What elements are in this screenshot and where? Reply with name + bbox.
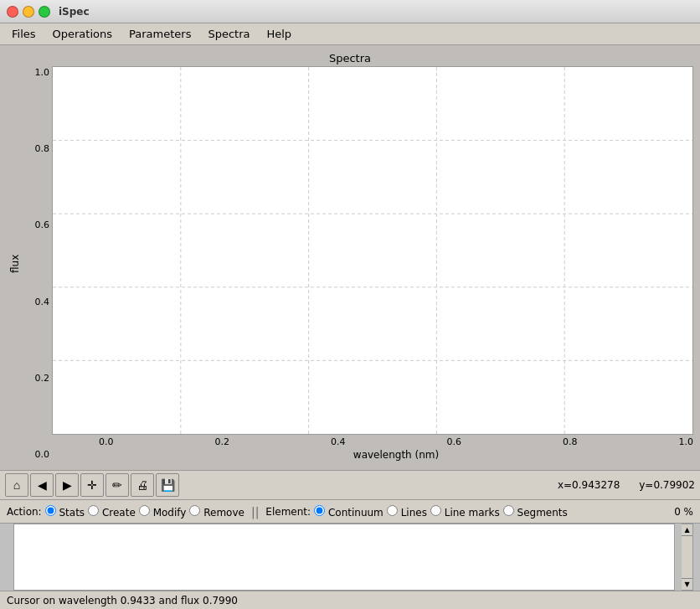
element-label: Element: — [265, 506, 311, 518]
y-tick-6: 1.0 — [35, 68, 50, 77]
y-tick-1: 0.0 — [35, 450, 50, 459]
chart-title: Spectra — [7, 52, 693, 65]
back-button[interactable]: ◀ — [30, 473, 54, 497]
action-modify-radio[interactable] — [139, 505, 150, 516]
action-label: Action: — [7, 506, 42, 518]
menu-operations[interactable]: Operations — [44, 25, 121, 43]
x-axis-ticks: 0.0 0.2 0.4 0.6 0.8 1.0 — [99, 435, 693, 449]
close-button[interactable] — [7, 6, 18, 18]
statusbar: Cursor on wavelength 0.9433 and flux 0.7… — [0, 591, 700, 609]
y-tick-5: 0.8 — [35, 144, 50, 153]
cursor-info: x=0.943278 y=0.79902 — [558, 479, 695, 491]
window-title: iSpec — [59, 6, 90, 18]
x-axis-label: wavelength (nm) — [99, 449, 693, 461]
element-continuum-radio[interactable] — [314, 505, 325, 516]
menu-parameters[interactable]: Parameters — [121, 25, 199, 43]
titlebar: iSpec — [0, 0, 700, 23]
grid-svg — [53, 67, 692, 434]
percentage-label: 0 % — [674, 506, 693, 518]
y-tick-4: 0.6 — [35, 220, 50, 230]
menubar: Files Operations Parameters Spectra Help — [0, 23, 700, 45]
main-content: Spectra flux 1.0 0.8 0.6 0.4 0.2 0.0 — [0, 45, 700, 470]
scroll-down-button[interactable]: ▼ — [682, 578, 692, 590]
maximize-button[interactable] — [39, 6, 50, 18]
action-create-radio[interactable] — [88, 505, 99, 516]
log-container: ▲ ▼ — [7, 524, 693, 591]
action-modify-text: Modify — [153, 507, 187, 519]
element-segments-text: Segments — [517, 507, 568, 519]
x-tick-4: 0.6 — [447, 436, 462, 447]
chart-wrap: flux 1.0 0.8 0.6 0.4 0.2 0.0 — [7, 66, 693, 461]
action-create-label[interactable]: Create — [88, 505, 136, 519]
minimize-button[interactable] — [23, 6, 34, 18]
action-remove-text: Remove — [203, 507, 244, 519]
action-stats-text: Stats — [59, 507, 85, 519]
x-tick-6: 1.0 — [679, 436, 694, 447]
y-axis-ticks: 1.0 0.8 0.6 0.4 0.2 0.0 — [25, 66, 52, 461]
log-area[interactable] — [13, 524, 675, 591]
y-axis-label: flux — [7, 66, 23, 461]
action-remove-label[interactable]: Remove — [189, 505, 244, 519]
print-button[interactable]: 🖨 — [131, 473, 154, 497]
action-modify-label[interactable]: Modify — [139, 505, 187, 519]
actionbar: Action: Stats Create Modify Remove || El… — [0, 500, 700, 524]
plot-area[interactable] — [52, 66, 693, 435]
scroll-track — [682, 536, 692, 578]
element-segments-radio[interactable] — [503, 505, 514, 516]
scroll-up-button[interactable]: ▲ — [682, 524, 692, 536]
chart-container: Spectra flux 1.0 0.8 0.6 0.4 0.2 0.0 — [7, 52, 693, 463]
element-continuum-text: Continuum — [328, 507, 383, 519]
y-tick-2: 0.2 — [35, 374, 50, 383]
menu-help[interactable]: Help — [258, 25, 300, 43]
element-segments-label[interactable]: Segments — [503, 505, 568, 519]
menu-files[interactable]: Files — [3, 25, 44, 43]
cursor-x: x=0.943278 — [558, 479, 620, 491]
element-lines-label[interactable]: Lines — [387, 505, 427, 519]
cursor-y: y=0.79902 — [639, 479, 695, 491]
action-create-text: Create — [102, 507, 136, 519]
action-stats-radio[interactable] — [45, 505, 56, 516]
log-scrollbar[interactable]: ▲ ▼ — [682, 524, 693, 591]
pan-button[interactable]: ✛ — [80, 473, 104, 497]
element-continuum-label[interactable]: Continuum — [314, 505, 383, 519]
home-button[interactable]: ⌂ — [5, 473, 28, 497]
y-tick-3: 0.4 — [35, 297, 50, 307]
x-tick-5: 0.8 — [563, 436, 578, 447]
element-lines-radio[interactable] — [387, 505, 398, 516]
toolbar: ⌂ ◀ ▶ ✛ ✏ 🖨 💾 x=0.943278 y=0.79902 — [0, 470, 700, 500]
x-tick-3: 0.4 — [331, 436, 346, 447]
separator-1: || — [251, 505, 259, 519]
forward-button[interactable]: ▶ — [55, 473, 79, 497]
cursor-status-text: Cursor on wavelength 0.9433 and flux 0.7… — [7, 595, 238, 606]
menu-spectra[interactable]: Spectra — [199, 25, 258, 43]
element-linemarks-text: Line marks — [445, 507, 500, 519]
action-stats-label[interactable]: Stats — [45, 505, 85, 519]
edit-button[interactable]: ✏ — [106, 473, 129, 497]
element-linemarks-label[interactable]: Line marks — [430, 505, 500, 519]
save-button[interactable]: 💾 — [156, 473, 179, 497]
x-tick-2: 0.2 — [215, 436, 230, 447]
x-tick-1: 0.0 — [99, 436, 114, 447]
window-controls — [7, 6, 50, 18]
element-linemarks-radio[interactable] — [430, 505, 441, 516]
action-remove-radio[interactable] — [189, 505, 200, 516]
element-lines-text: Lines — [401, 507, 427, 519]
